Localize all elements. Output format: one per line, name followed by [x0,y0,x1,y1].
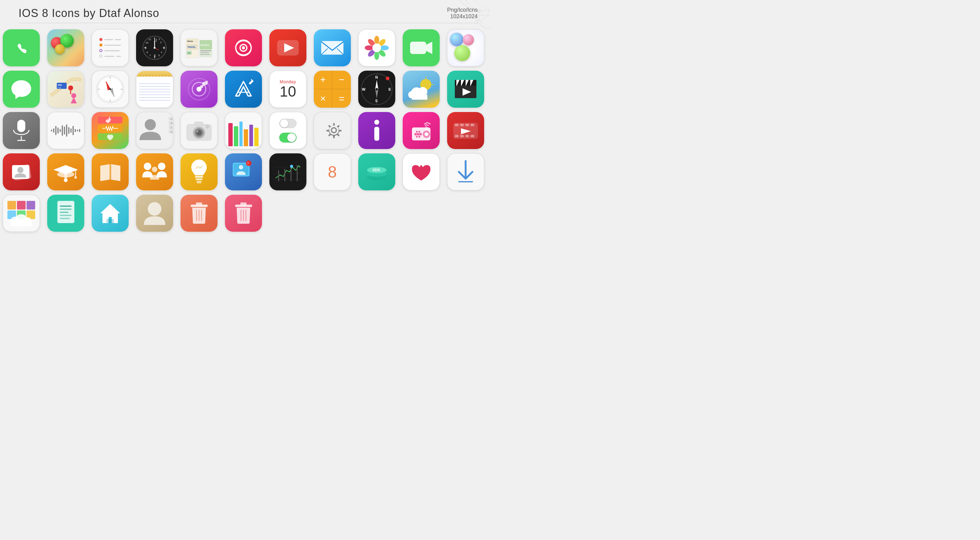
calc-minus: − [332,71,351,89]
maps-content: 280 ≡ A [48,71,84,107]
icon-itunes[interactable] [180,71,218,108]
icon-reminders[interactable] [92,29,129,66]
contacts-bg: A B C D [136,112,173,149]
icon-imovie[interactable] [447,71,484,108]
radio-icon [409,118,434,143]
icon-gamecenter[interactable] [47,29,84,66]
reminders-content [96,34,124,62]
svg-rect-205 [60,205,72,207]
svg-point-129 [197,131,199,132]
icon-mail[interactable] [314,29,351,66]
icon-appstore[interactable] [225,71,262,108]
calendar-content: Monday 10 [270,71,306,107]
svg-rect-196 [27,201,35,210]
graduation-icon [53,161,78,183]
icon-periscope[interactable] [358,112,395,149]
home-icon [98,201,123,226]
icon-video[interactable] [447,112,484,149]
toggle-content [279,119,296,143]
book-3 [239,121,243,146]
icon-home[interactable] [92,195,129,232]
resolution-text: 1024x1024 [447,13,478,20]
icon-trash1[interactable] [180,195,218,232]
icon-music[interactable] [225,29,262,66]
icon-ibooks[interactable] [225,112,262,149]
book-6 [254,128,259,146]
icon-trash2[interactable] [225,195,262,232]
icon-youtube[interactable] [269,29,306,66]
svg-text:S: S [375,99,378,103]
icon-calculator[interactable]: + − × = [314,71,351,108]
camera-icon [185,118,213,143]
svg-point-164 [64,178,68,182]
icon-openbook[interactable] [92,153,129,190]
icon-safari[interactable] [92,71,129,108]
waveform-icon [50,123,81,138]
svg-text:TRAVEL: TRAVEL [187,46,196,48]
icon-camera[interactable] [180,112,218,149]
icon-lifelog[interactable] [92,112,129,149]
mail-icon [320,38,345,57]
icon-phone[interactable] [3,29,40,66]
icon-stocks[interactable] [269,153,306,190]
icon-notes[interactable] [136,71,173,108]
icon-newsstand[interactable]: News TRAVEL ART SPORTS [180,29,218,66]
lifelog-icon [96,115,124,146]
icon-settings[interactable] [314,112,351,149]
phone-icon [11,37,32,59]
icon-graduation[interactable] [47,153,84,190]
icon-contacts2[interactable]: A B C D [136,112,173,149]
svg-point-20 [154,47,156,49]
icon-photos[interactable] [358,29,395,66]
icon-weather[interactable] [402,71,440,108]
safari-icon [95,74,125,104]
svg-text:1: 1 [159,38,160,40]
icon-family[interactable] [136,153,173,190]
svg-point-130 [206,125,209,128]
svg-rect-135 [374,127,379,141]
clock-icon: 12 3 6 9 1 2 4 5 7 8 10 11 [141,34,169,62]
icon-voicememo[interactable] [3,112,40,149]
svg-point-39 [374,36,379,45]
messages-icon [9,78,33,101]
icon-gamecenter2[interactable] [447,29,484,66]
calculator-grid: + − × = [314,71,351,108]
icon-cloudphotos[interactable] [3,195,40,232]
svg-text:≡ A: ≡ A [58,87,61,89]
icon-lightbulb[interactable] [180,153,218,190]
svg-text:!: ! [247,162,248,165]
icon-sdk[interactable]: SDK [358,153,395,190]
bubble-pink [463,34,474,45]
icon-calendar[interactable]: Monday 10 [269,71,306,108]
svg-rect-219 [240,202,247,205]
icon-pages[interactable] [47,195,84,232]
icon-toggle[interactable] [269,112,306,149]
health-icon [409,161,434,183]
page-title: IOS 8 Icons by Dtaf Alonso [19,7,159,20]
icon-focusflow[interactable]: ! [225,153,262,190]
imovie-icon [453,78,478,100]
icon-health[interactable] [402,153,440,190]
format-text: Png/Ico/Icns [447,7,478,13]
icon-download[interactable] [447,153,484,190]
icon-maps[interactable]: 280 ≡ A [47,71,84,108]
stocks-icon [272,159,303,184]
svg-text:SDK: SDK [372,168,380,172]
icon-messages[interactable] [3,71,40,108]
svg-text:4: 4 [161,51,162,54]
svg-text:3: 3 [163,46,165,50]
icon-voicememos[interactable] [47,112,84,149]
icon-clock[interactable]: 12 3 6 9 1 2 4 5 7 8 10 11 [136,29,173,66]
svg-point-134 [374,120,379,125]
icon-photolibrary[interactable] [3,153,40,190]
svg-point-40 [374,51,379,60]
icon-facetime[interactable] [402,29,440,66]
svg-rect-155 [471,135,474,137]
icon-compass[interactable]: N S E W [358,71,395,108]
svg-point-42 [380,45,389,50]
icon-ios8[interactable]: 8 [314,153,351,190]
icon-radio[interactable] [402,112,440,149]
icon-account[interactable] [136,195,173,232]
svg-rect-195 [17,201,25,210]
family-icon [141,159,169,184]
